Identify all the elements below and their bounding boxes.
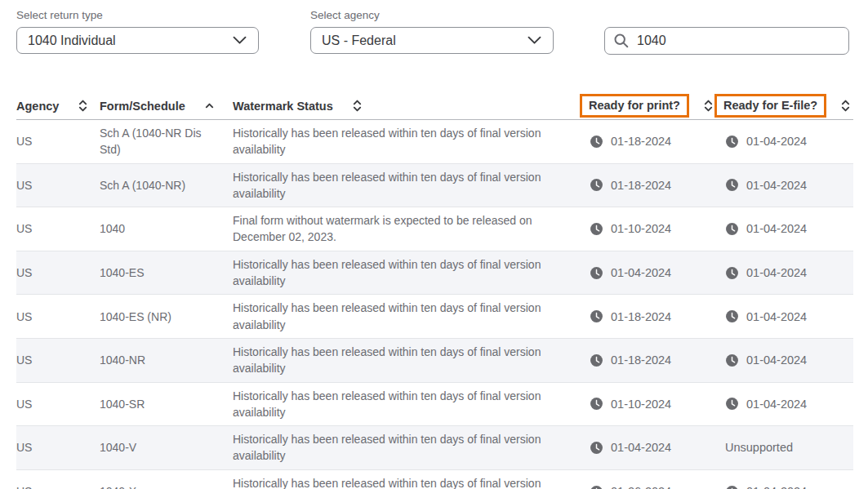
- clock-icon: [725, 397, 739, 411]
- ready-for-efile-cell: 01-04-2024: [714, 392, 853, 416]
- ready-for-print-cell: 01-10-2024: [580, 217, 714, 241]
- form-schedule-value: 1040-ES: [100, 266, 144, 279]
- column-header-label: Watermark Status: [233, 100, 333, 113]
- sort-icon[interactable]: [841, 99, 850, 113]
- column-header[interactable]: Watermark Status: [233, 99, 580, 113]
- clock-icon: [725, 178, 739, 192]
- efile-date-value: 01-04-2024: [746, 266, 807, 279]
- clock-icon: [725, 266, 739, 280]
- ready-for-print-cell: 01-18-2024: [580, 130, 714, 153]
- form-schedule-value: 1040-SR: [100, 398, 145, 411]
- table-row: US 1040-ES (NR) Historically has been re…: [16, 295, 853, 339]
- sort-icon[interactable]: [205, 102, 214, 109]
- return-type-field: Select return type 1040 Individual: [16, 9, 259, 54]
- watermark-status-value: Historically has been released within te…: [233, 477, 541, 489]
- print-date-value: 01-04-2024: [611, 441, 671, 454]
- watermark-status-cell: Historically has been released within te…: [233, 339, 580, 382]
- clock-icon: [590, 266, 603, 280]
- watermark-status-cell: Historically has been released within te…: [233, 383, 580, 426]
- agency-cell: US: [16, 261, 100, 284]
- print-date-value: 01-18-2024: [611, 179, 671, 192]
- agency-value: US: [16, 179, 32, 192]
- form-schedule-cell: 1040-ES (NR): [100, 304, 233, 330]
- agency-label: Select agency: [310, 9, 554, 21]
- print-date-value: 01-26-2024: [611, 485, 671, 489]
- ready-for-efile-cell: 01-04-2024: [714, 349, 853, 372]
- clock-icon: [590, 441, 603, 455]
- agency-value: US: [16, 266, 32, 279]
- agency-value: US: [16, 485, 32, 489]
- return-type-select[interactable]: 1040 Individual: [16, 27, 259, 54]
- search-input[interactable]: [637, 33, 840, 48]
- clock-icon: [725, 309, 739, 323]
- search-field[interactable]: [604, 27, 849, 55]
- sort-icon[interactable]: [78, 99, 87, 113]
- ready-for-efile-cell: 01-04-2024: [714, 480, 853, 489]
- watermark-status-cell: Historically has been released within te…: [233, 120, 580, 163]
- agency-value: US: [16, 353, 32, 367]
- clock-icon: [590, 485, 603, 489]
- chevron-down-icon: [527, 36, 541, 45]
- form-schedule-cell: Sch A (1040-NR Dis Std): [100, 120, 233, 163]
- agency-cell: US: [16, 480, 100, 489]
- agency-value: US: [16, 310, 32, 323]
- agency-value: US - Federal: [322, 33, 396, 48]
- clock-icon: [590, 309, 603, 323]
- watermark-status-value: Historically has been released within te…: [233, 171, 541, 200]
- chevron-down-icon: [233, 36, 247, 45]
- print-date-value: 01-18-2024: [611, 353, 671, 367]
- form-schedule-cell: 1040-SR: [100, 391, 233, 417]
- clock-icon: [590, 135, 603, 149]
- column-header[interactable]: Ready for print?: [580, 94, 714, 118]
- column-header[interactable]: Agency: [16, 99, 100, 113]
- return-type-label: Select return type: [16, 9, 259, 21]
- column-header[interactable]: Form/Schedule: [100, 100, 233, 113]
- column-header-label: Ready for E-file?: [714, 94, 826, 118]
- watermark-status-cell: Historically has been released within te…: [233, 295, 580, 338]
- table-row: US 1040-SR Historically has been release…: [16, 383, 853, 427]
- agency-cell: US: [16, 349, 100, 371]
- efile-date-value: 01-04-2024: [746, 353, 807, 367]
- agency-select[interactable]: US - Federal: [310, 27, 554, 54]
- watermark-status-value: Historically has been released within te…: [233, 127, 541, 156]
- table-row: US 1040 Final form without watermark is …: [16, 207, 853, 251]
- print-date-value: 01-18-2024: [611, 135, 671, 148]
- form-schedule-value: 1040-V: [100, 441, 136, 454]
- agency-value: US: [16, 222, 32, 235]
- ready-for-print-cell: 01-10-2024: [580, 392, 714, 416]
- efile-date-value: 01-04-2024: [746, 485, 807, 489]
- print-date-value: 01-10-2024: [611, 222, 671, 235]
- ready-for-print-cell: 01-18-2024: [580, 349, 714, 372]
- form-schedule-value: 1040: [100, 222, 125, 235]
- ready-for-efile-cell: 01-04-2024: [714, 217, 853, 241]
- efile-date-value: 01-04-2024: [746, 222, 807, 235]
- watermark-status-cell: Historically has been released within te…: [233, 164, 580, 207]
- sort-icon[interactable]: [353, 99, 362, 113]
- ready-for-efile-cell: Unsupported: [714, 436, 853, 459]
- sort-icon[interactable]: [704, 99, 713, 113]
- ready-for-print-cell: 01-26-2024: [580, 480, 714, 489]
- clock-icon: [725, 222, 739, 236]
- efile-date-value: 01-04-2024: [746, 398, 807, 411]
- table-row: US 1040-ES Historically has been release…: [16, 251, 853, 296]
- efile-date-value: 01-04-2024: [746, 310, 807, 323]
- agency-value: US: [16, 441, 32, 454]
- agency-value: US: [16, 135, 32, 148]
- search-icon: [613, 33, 630, 49]
- column-header[interactable]: Ready for E-file?: [714, 94, 853, 118]
- table-body: US Sch A (1040-NR Dis Std) Historically …: [16, 120, 853, 489]
- ready-for-efile-cell: 01-04-2024: [714, 261, 853, 285]
- watermark-status-value: Historically has been released within te…: [233, 301, 541, 331]
- efile-date-value: Unsupported: [725, 441, 793, 454]
- table-row: US Sch A (1040-NR Dis Std) Historically …: [16, 120, 853, 164]
- table-row: US 1040-V Historically has been released…: [16, 426, 853, 470]
- column-header-label: Ready for print?: [580, 94, 689, 118]
- efile-date-value: 01-04-2024: [746, 135, 807, 148]
- print-date-value: 01-10-2024: [611, 398, 671, 411]
- clock-icon: [725, 135, 739, 149]
- clock-icon: [590, 178, 603, 192]
- agency-field: Select agency US - Federal: [310, 9, 554, 54]
- form-schedule-value: 1040-ES (NR): [100, 310, 171, 323]
- form-schedule-cell: 1040-ES: [100, 260, 233, 286]
- table-header-row: Agency Form/Schedule Watermark Status Re…: [16, 92, 853, 120]
